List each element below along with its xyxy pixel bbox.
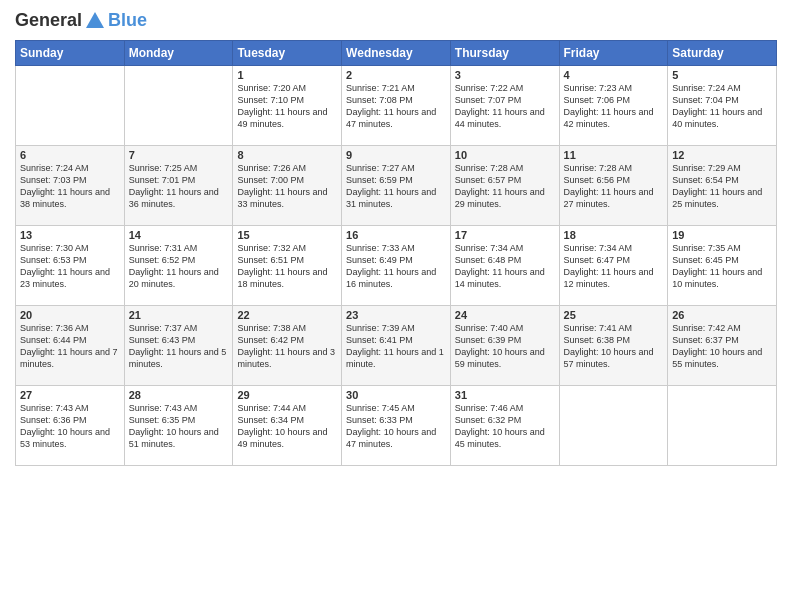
day-info: Sunrise: 7:31 AMSunset: 6:52 PMDaylight:…	[129, 242, 229, 291]
day-number: 9	[346, 149, 446, 161]
calendar-cell: 9Sunrise: 7:27 AMSunset: 6:59 PMDaylight…	[342, 146, 451, 226]
calendar-week-row: 27Sunrise: 7:43 AMSunset: 6:36 PMDayligh…	[16, 386, 777, 466]
calendar-cell: 26Sunrise: 7:42 AMSunset: 6:37 PMDayligh…	[668, 306, 777, 386]
calendar-cell: 13Sunrise: 7:30 AMSunset: 6:53 PMDayligh…	[16, 226, 125, 306]
calendar-cell	[16, 66, 125, 146]
day-info: Sunrise: 7:34 AMSunset: 6:48 PMDaylight:…	[455, 242, 555, 291]
day-info: Sunrise: 7:25 AMSunset: 7:01 PMDaylight:…	[129, 162, 229, 211]
day-info: Sunrise: 7:30 AMSunset: 6:53 PMDaylight:…	[20, 242, 120, 291]
calendar-week-row: 13Sunrise: 7:30 AMSunset: 6:53 PMDayligh…	[16, 226, 777, 306]
calendar-cell: 21Sunrise: 7:37 AMSunset: 6:43 PMDayligh…	[124, 306, 233, 386]
calendar-cell: 30Sunrise: 7:45 AMSunset: 6:33 PMDayligh…	[342, 386, 451, 466]
day-info: Sunrise: 7:38 AMSunset: 6:42 PMDaylight:…	[237, 322, 337, 371]
day-number: 14	[129, 229, 229, 241]
day-info: Sunrise: 7:45 AMSunset: 6:33 PMDaylight:…	[346, 402, 446, 451]
weekday-header: Wednesday	[342, 41, 451, 66]
day-number: 20	[20, 309, 120, 321]
day-info: Sunrise: 7:34 AMSunset: 6:47 PMDaylight:…	[564, 242, 664, 291]
logo: General Blue	[15, 10, 147, 32]
day-number: 7	[129, 149, 229, 161]
calendar-cell: 5Sunrise: 7:24 AMSunset: 7:04 PMDaylight…	[668, 66, 777, 146]
calendar-cell: 12Sunrise: 7:29 AMSunset: 6:54 PMDayligh…	[668, 146, 777, 226]
page: General Blue SundayMondayTuesdayWednesda…	[0, 0, 792, 612]
logo-blue: Blue	[108, 11, 147, 31]
calendar-cell: 18Sunrise: 7:34 AMSunset: 6:47 PMDayligh…	[559, 226, 668, 306]
calendar-table: SundayMondayTuesdayWednesdayThursdayFrid…	[15, 40, 777, 466]
day-number: 13	[20, 229, 120, 241]
weekday-header: Monday	[124, 41, 233, 66]
calendar-cell: 2Sunrise: 7:21 AMSunset: 7:08 PMDaylight…	[342, 66, 451, 146]
logo-general: General	[15, 10, 82, 30]
weekday-header: Tuesday	[233, 41, 342, 66]
day-info: Sunrise: 7:41 AMSunset: 6:38 PMDaylight:…	[564, 322, 664, 371]
day-info: Sunrise: 7:33 AMSunset: 6:49 PMDaylight:…	[346, 242, 446, 291]
day-info: Sunrise: 7:32 AMSunset: 6:51 PMDaylight:…	[237, 242, 337, 291]
day-info: Sunrise: 7:44 AMSunset: 6:34 PMDaylight:…	[237, 402, 337, 451]
calendar-cell: 31Sunrise: 7:46 AMSunset: 6:32 PMDayligh…	[450, 386, 559, 466]
day-number: 16	[346, 229, 446, 241]
day-info: Sunrise: 7:35 AMSunset: 6:45 PMDaylight:…	[672, 242, 772, 291]
weekday-header: Friday	[559, 41, 668, 66]
day-info: Sunrise: 7:28 AMSunset: 6:56 PMDaylight:…	[564, 162, 664, 211]
calendar-cell: 28Sunrise: 7:43 AMSunset: 6:35 PMDayligh…	[124, 386, 233, 466]
day-number: 18	[564, 229, 664, 241]
day-number: 31	[455, 389, 555, 401]
day-info: Sunrise: 7:23 AMSunset: 7:06 PMDaylight:…	[564, 82, 664, 131]
day-number: 5	[672, 69, 772, 81]
calendar-cell: 22Sunrise: 7:38 AMSunset: 6:42 PMDayligh…	[233, 306, 342, 386]
day-number: 23	[346, 309, 446, 321]
calendar-cell: 17Sunrise: 7:34 AMSunset: 6:48 PMDayligh…	[450, 226, 559, 306]
weekday-header: Thursday	[450, 41, 559, 66]
calendar-cell: 1Sunrise: 7:20 AMSunset: 7:10 PMDaylight…	[233, 66, 342, 146]
calendar-cell: 7Sunrise: 7:25 AMSunset: 7:01 PMDaylight…	[124, 146, 233, 226]
day-number: 11	[564, 149, 664, 161]
day-number: 15	[237, 229, 337, 241]
day-number: 29	[237, 389, 337, 401]
weekday-header: Saturday	[668, 41, 777, 66]
day-number: 19	[672, 229, 772, 241]
header: General Blue	[15, 10, 777, 32]
day-info: Sunrise: 7:29 AMSunset: 6:54 PMDaylight:…	[672, 162, 772, 211]
day-info: Sunrise: 7:28 AMSunset: 6:57 PMDaylight:…	[455, 162, 555, 211]
day-number: 3	[455, 69, 555, 81]
calendar-cell: 11Sunrise: 7:28 AMSunset: 6:56 PMDayligh…	[559, 146, 668, 226]
calendar-cell: 20Sunrise: 7:36 AMSunset: 6:44 PMDayligh…	[16, 306, 125, 386]
calendar-cell: 14Sunrise: 7:31 AMSunset: 6:52 PMDayligh…	[124, 226, 233, 306]
day-number: 26	[672, 309, 772, 321]
day-info: Sunrise: 7:20 AMSunset: 7:10 PMDaylight:…	[237, 82, 337, 131]
day-number: 8	[237, 149, 337, 161]
day-number: 25	[564, 309, 664, 321]
day-number: 28	[129, 389, 229, 401]
day-number: 12	[672, 149, 772, 161]
day-number: 10	[455, 149, 555, 161]
day-number: 27	[20, 389, 120, 401]
day-info: Sunrise: 7:40 AMSunset: 6:39 PMDaylight:…	[455, 322, 555, 371]
day-info: Sunrise: 7:24 AMSunset: 7:03 PMDaylight:…	[20, 162, 120, 211]
calendar-week-row: 20Sunrise: 7:36 AMSunset: 6:44 PMDayligh…	[16, 306, 777, 386]
calendar-cell: 4Sunrise: 7:23 AMSunset: 7:06 PMDaylight…	[559, 66, 668, 146]
calendar-cell	[559, 386, 668, 466]
calendar-cell: 6Sunrise: 7:24 AMSunset: 7:03 PMDaylight…	[16, 146, 125, 226]
calendar-cell: 27Sunrise: 7:43 AMSunset: 6:36 PMDayligh…	[16, 386, 125, 466]
calendar-cell: 19Sunrise: 7:35 AMSunset: 6:45 PMDayligh…	[668, 226, 777, 306]
day-info: Sunrise: 7:39 AMSunset: 6:41 PMDaylight:…	[346, 322, 446, 371]
day-info: Sunrise: 7:42 AMSunset: 6:37 PMDaylight:…	[672, 322, 772, 371]
day-number: 6	[20, 149, 120, 161]
calendar-cell: 8Sunrise: 7:26 AMSunset: 7:00 PMDaylight…	[233, 146, 342, 226]
calendar-header-row: SundayMondayTuesdayWednesdayThursdayFrid…	[16, 41, 777, 66]
calendar-cell: 23Sunrise: 7:39 AMSunset: 6:41 PMDayligh…	[342, 306, 451, 386]
day-number: 1	[237, 69, 337, 81]
day-info: Sunrise: 7:24 AMSunset: 7:04 PMDaylight:…	[672, 82, 772, 131]
calendar-cell	[668, 386, 777, 466]
day-number: 17	[455, 229, 555, 241]
calendar-cell	[124, 66, 233, 146]
day-number: 24	[455, 309, 555, 321]
day-number: 22	[237, 309, 337, 321]
day-info: Sunrise: 7:21 AMSunset: 7:08 PMDaylight:…	[346, 82, 446, 131]
calendar-week-row: 1Sunrise: 7:20 AMSunset: 7:10 PMDaylight…	[16, 66, 777, 146]
day-info: Sunrise: 7:22 AMSunset: 7:07 PMDaylight:…	[455, 82, 555, 131]
calendar-cell: 29Sunrise: 7:44 AMSunset: 6:34 PMDayligh…	[233, 386, 342, 466]
day-number: 2	[346, 69, 446, 81]
day-info: Sunrise: 7:43 AMSunset: 6:36 PMDaylight:…	[20, 402, 120, 451]
day-info: Sunrise: 7:37 AMSunset: 6:43 PMDaylight:…	[129, 322, 229, 371]
